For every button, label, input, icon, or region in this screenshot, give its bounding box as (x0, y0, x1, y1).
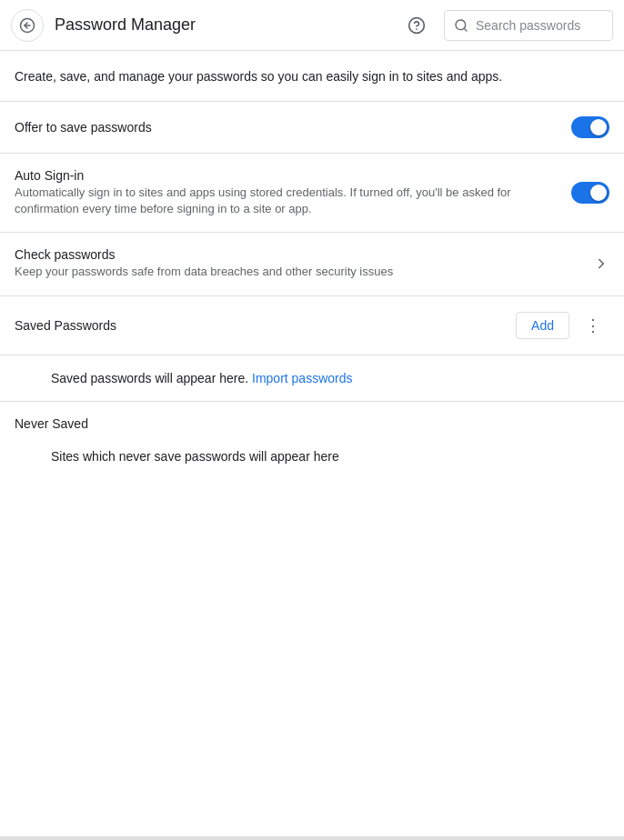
help-button[interactable] (400, 9, 433, 42)
more-options-button[interactable]: ⋮ (577, 309, 609, 342)
check-passwords-title: Check passwords (15, 247, 593, 262)
description-row: Create, save, and manage your passwords … (0, 51, 624, 102)
auto-sign-in-description: Automatically sign in to sites and apps … (15, 185, 557, 217)
svg-line-5 (464, 28, 467, 31)
description-text: Create, save, and manage your passwords … (15, 69, 502, 84)
never-saved-title: Never Saved (15, 416, 609, 431)
auto-sign-in-title: Auto Sign-in (15, 168, 557, 183)
never-saved-empty-text: Sites which never save passwords will ap… (15, 442, 609, 471)
check-passwords-row[interactable]: Check passwords Keep your passwords safe… (0, 233, 624, 295)
more-options-icon: ⋮ (585, 315, 601, 335)
search-icon (454, 18, 468, 33)
offer-to-save-toggle[interactable] (571, 116, 609, 138)
offer-to-save-title: Offer to save passwords (15, 120, 571, 135)
page-title: Password Manager (55, 15, 389, 35)
offer-to-save-slider (571, 116, 609, 138)
saved-passwords-empty-state: Saved passwords will appear here. Import… (0, 355, 624, 402)
auto-sign-in-content: Auto Sign-in Automatically sign in to si… (15, 168, 557, 217)
add-button[interactable]: Add (516, 312, 569, 339)
auto-sign-in-slider (571, 182, 609, 204)
auto-sign-in-row: Auto Sign-in Automatically sign in to si… (0, 154, 624, 233)
back-button[interactable] (11, 9, 44, 42)
never-saved-section: Never Saved Sites which never save passw… (0, 402, 624, 485)
saved-passwords-header: Saved Passwords Add ⋮ (0, 296, 624, 355)
search-container (444, 10, 613, 41)
header: Password Manager (0, 0, 624, 51)
import-passwords-link[interactable]: Import passwords (252, 371, 352, 385)
saved-passwords-title: Saved Passwords (15, 318, 516, 333)
check-passwords-description: Keep your passwords safe from data breac… (15, 264, 593, 280)
offer-to-save-content: Offer to save passwords (15, 120, 571, 135)
bottom-bar (0, 836, 624, 840)
chevron-right-icon (593, 255, 609, 272)
offer-to-save-row: Offer to save passwords (0, 102, 624, 154)
content-area: Create, save, and manage your passwords … (0, 51, 624, 485)
auto-sign-in-toggle[interactable] (571, 182, 609, 204)
saved-passwords-empty-text: Saved passwords will appear here. Import… (51, 371, 353, 385)
check-passwords-content: Check passwords Keep your passwords safe… (15, 247, 593, 280)
search-input[interactable] (476, 18, 603, 33)
